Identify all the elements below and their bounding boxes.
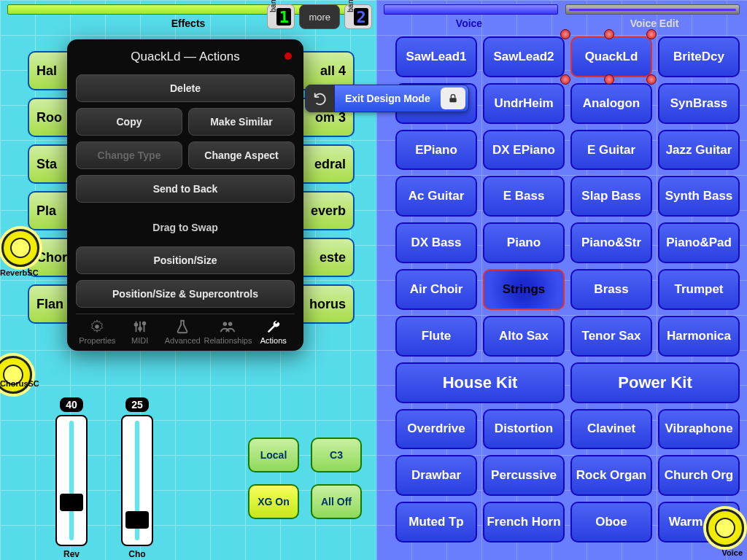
make-similar-button[interactable]: Make Similar	[188, 108, 295, 136]
local-button[interactable]: Local	[248, 438, 299, 472]
voice-button-altosax[interactable]: Alto Sax	[483, 316, 565, 357]
voice-button-overdrive[interactable]: Overdrive	[395, 409, 477, 450]
chorus-dial[interactable]	[0, 356, 32, 394]
voice-button-pianopad[interactable]: Piano&Pad	[658, 222, 740, 263]
voice-button-quackld[interactable]: QuackLd	[570, 36, 652, 77]
voice-edit-bar[interactable]	[565, 4, 740, 15]
voice-button-oboe[interactable]: Oboe	[570, 502, 652, 542]
svg-point-6	[228, 322, 233, 327]
voice-button-housekit[interactable]: House Kit	[395, 362, 565, 403]
voice-button-clavinet[interactable]: Clavinet	[570, 409, 652, 450]
actions-popover: QuackLd — Actions Delete Copy Make Simil…	[67, 39, 303, 351]
voice-grid: SawLead1SawLead2QuackLdBriteDcyreLdUndrH…	[395, 36, 740, 542]
voice-button-epiano[interactable]: EPiano	[395, 130, 477, 171]
bank-1-digit: 1	[276, 8, 291, 26]
cho-label: Cho	[114, 549, 160, 559]
voice-button-vibraphone[interactable]: Vibraphone	[658, 409, 740, 450]
drag-to-swap-label: Drag to Swap	[76, 209, 295, 246]
voice-button-tenorsax[interactable]: Tenor Sax	[570, 316, 652, 357]
popover-title: QuackLd — Actions	[76, 50, 295, 64]
svg-point-1	[95, 324, 99, 329]
reverb-dial[interactable]	[1, 229, 39, 267]
tab-actions[interactable]: Actions	[252, 319, 295, 345]
c3-button[interactable]: C3	[311, 438, 362, 472]
bank-1[interactable]: bank 1	[267, 4, 295, 29]
voice-button-dxbass[interactable]: DX Bass	[395, 222, 477, 263]
exit-design-mode-bar: Exit Design Mode	[305, 85, 469, 112]
tab-midi[interactable]: MIDI	[118, 319, 160, 345]
bank-2[interactable]: bank 2	[344, 4, 372, 29]
change-type-button[interactable]: Change Type	[76, 141, 182, 169]
voice-button-strings[interactable]: Strings	[483, 269, 565, 310]
rev-label: Rev	[48, 549, 95, 559]
voice-dial-label: Voice	[721, 548, 743, 557]
wrench-icon	[266, 319, 282, 335]
voice-button-dxepiano[interactable]: DX EPiano	[483, 130, 565, 171]
popover-tabbar: Properties MIDI Advanced Relationships A…	[76, 314, 295, 345]
flask-icon	[174, 319, 190, 335]
voice-button-distortion[interactable]: Distortion	[483, 409, 565, 450]
svg-point-4	[142, 322, 145, 325]
mini-button-grid: Local C3 XG On All Off	[248, 438, 362, 519]
voice-button-piano[interactable]: Piano	[483, 222, 565, 263]
copy-button[interactable]: Copy	[76, 108, 182, 136]
voice-button-jazzguitar[interactable]: Jazz Guitar	[658, 130, 740, 171]
chorus-dial-label: ChorusSC	[0, 379, 39, 388]
exit-design-mode-button[interactable]: Exit Design Mode	[335, 93, 441, 104]
voice-button-brass[interactable]: Brass	[570, 269, 652, 310]
voice-bar[interactable]	[384, 4, 558, 15]
voice-top-bars	[384, 4, 740, 15]
voice-button-analogon[interactable]: Analogon	[570, 83, 652, 124]
voice-button-sawlead2[interactable]: SawLead2	[483, 36, 565, 77]
voice-dial[interactable]	[706, 509, 744, 547]
voice-button-acguitar[interactable]: Ac Guitar	[395, 176, 477, 217]
change-aspect-button[interactable]: Change Aspect	[188, 141, 295, 169]
undo-button[interactable]	[306, 85, 335, 112]
voice-button-powerkit[interactable]: Power Kit	[570, 362, 740, 403]
rev-readout: 40	[60, 397, 83, 412]
record-dot-icon	[285, 52, 292, 60]
lock-icon	[447, 93, 459, 104]
voice-button-drawbar[interactable]: Drawbar	[395, 455, 477, 496]
svg-point-5	[223, 322, 228, 327]
voice-button-sawlead1[interactable]: SawLead1	[395, 36, 477, 77]
voice-button-undrheim[interactable]: UndrHeim	[483, 83, 565, 124]
delete-button[interactable]: Delete	[76, 74, 295, 102]
voice-button-frenchhorn[interactable]: French Horn	[483, 502, 565, 542]
lock-button[interactable]	[441, 88, 465, 109]
voice-button-pianostr[interactable]: Piano&Str	[570, 222, 652, 263]
voice-button-britedcy[interactable]: BriteDcy	[658, 36, 740, 77]
xg-on-button[interactable]: XG On	[248, 484, 299, 519]
undo-icon	[312, 90, 328, 106]
more-button[interactable]: more	[299, 4, 340, 29]
cho-track[interactable]	[121, 415, 153, 546]
voice-button-mutedtp[interactable]: Muted Tp	[395, 502, 477, 542]
voice-button-synthbass[interactable]: Synth Bass	[658, 176, 740, 217]
position-size-supercontrols-button[interactable]: Position/Size & Supercontrols	[76, 280, 295, 308]
position-size-button[interactable]: Position/Size	[76, 246, 295, 274]
all-off-button[interactable]: All Off	[311, 484, 362, 519]
voice-button-ebass[interactable]: E Bass	[483, 176, 565, 217]
send-to-back-button[interactable]: Send to Back	[76, 175, 295, 203]
voice-button-synbrass[interactable]: SynBrass	[658, 83, 740, 124]
voice-edit-title: Voice Edit	[562, 18, 747, 29]
voice-title: Voice	[376, 18, 562, 29]
voice-button-trumpet[interactable]: Trumpet	[658, 269, 740, 310]
voice-button-flute[interactable]: Flute	[395, 316, 477, 357]
rev-slider[interactable]: 40 Rev	[48, 397, 95, 559]
tab-advanced[interactable]: Advanced	[161, 319, 204, 345]
cho-slider[interactable]: 25 Cho	[114, 397, 160, 559]
voice-button-percussive[interactable]: Percussive	[483, 455, 565, 496]
voice-button-slapbass[interactable]: Slap Bass	[570, 176, 652, 217]
tab-properties[interactable]: Properties	[76, 319, 118, 345]
voice-button-airchoir[interactable]: Air Choir	[395, 269, 477, 310]
voice-button-eguitar[interactable]: E Guitar	[570, 130, 652, 171]
reverb-dial-label: ReverbSC	[0, 268, 39, 277]
rev-track[interactable]	[55, 415, 88, 546]
voice-button-rockorgan[interactable]: Rock Organ	[570, 455, 652, 496]
voice-button-harmonica[interactable]: Harmonica	[658, 316, 740, 357]
tab-relationships[interactable]: Relationships	[204, 319, 252, 345]
voice-button-churchorg[interactable]: Church Org	[658, 455, 740, 496]
slider-group: 40 Rev 25 Cho	[48, 397, 160, 559]
cho-readout: 25	[125, 397, 149, 412]
